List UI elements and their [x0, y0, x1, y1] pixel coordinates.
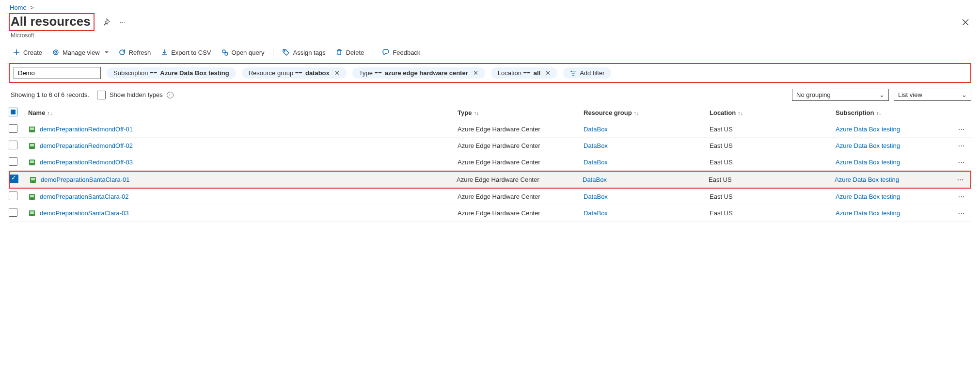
row-checkbox[interactable] — [9, 208, 17, 217]
table-row[interactable]: demoPreparationRedmondOff-02Azure Edge H… — [9, 138, 971, 154]
resource-name-link[interactable]: demoPreparationSantaClara-02 — [40, 193, 129, 200]
row-more-button[interactable]: ··· — [952, 126, 971, 133]
export-csv-button[interactable]: Export to CSV — [157, 47, 215, 58]
chevron-down-icon: ⌄ — [879, 91, 885, 98]
breadcrumb-home[interactable]: Home — [10, 4, 27, 11]
feedback-icon — [382, 48, 390, 56]
close-button[interactable] — [960, 16, 971, 28]
remove-filter-icon[interactable]: ✕ — [545, 69, 551, 77]
cell-location: East US — [710, 159, 836, 166]
pill-value: all — [534, 69, 540, 77]
add-filter-button[interactable]: Add filter — [563, 67, 611, 79]
subscription-link[interactable]: Azure Data Box testing — [836, 193, 900, 200]
filter-pill-subscription[interactable]: Subscription == Azure Data Box testing — [107, 67, 236, 79]
svg-rect-14 — [30, 195, 34, 197]
pill-label: Location == — [498, 69, 531, 77]
row-checkbox[interactable] — [9, 192, 17, 200]
resource-group-link[interactable]: DataBox — [583, 176, 607, 183]
row-more-button[interactable]: ··· — [952, 142, 971, 149]
select-all-checkbox[interactable] — [9, 108, 17, 116]
resource-name-link[interactable]: demoPreparationRedmondOff-01 — [40, 126, 133, 133]
grouping-select[interactable]: No grouping ⌄ — [792, 89, 889, 101]
feedback-button[interactable]: Feedback — [378, 47, 424, 58]
row-checkbox[interactable] — [10, 175, 18, 183]
filter-pill-type[interactable]: Type == azure edge hardware center ✕ — [352, 67, 485, 79]
show-hidden-checkbox[interactable] — [97, 91, 106, 99]
pin-button[interactable] — [100, 16, 112, 28]
row-checkbox[interactable] — [9, 141, 17, 149]
remove-filter-icon[interactable]: ✕ — [334, 69, 340, 77]
table-row[interactable]: demoPreparationRedmondOff-03Azure Edge H… — [9, 154, 971, 171]
row-more-button[interactable]: ··· — [951, 176, 970, 183]
resource-group-link[interactable]: DataBox — [584, 159, 608, 166]
more-menu-button[interactable]: ··· — [118, 16, 127, 28]
view-mode-select[interactable]: List view ⌄ — [894, 89, 971, 101]
create-label: Create — [23, 49, 42, 56]
subscription-link[interactable]: Azure Data Box testing — [836, 126, 900, 133]
subscription-link[interactable]: Azure Data Box testing — [836, 159, 900, 166]
resource-name-link[interactable]: demoPreparationRedmondOff-02 — [40, 142, 133, 149]
row-more-button[interactable]: ··· — [952, 159, 971, 166]
breadcrumb: Home > — [9, 4, 971, 13]
show-hidden-types-toggle[interactable]: Show hidden types i — [97, 91, 174, 99]
pill-value: azure edge hardware center — [385, 69, 468, 77]
pill-label: Type == — [359, 69, 382, 77]
resource-group-link[interactable]: DataBox — [584, 126, 608, 133]
filter-pill-location[interactable]: Location == all ✕ — [491, 67, 557, 79]
resource-icon — [29, 176, 37, 184]
column-name[interactable]: Name↑↓ — [28, 109, 458, 116]
cell-location: East US — [710, 126, 836, 133]
assign-tags-button[interactable]: Assign tags — [278, 47, 329, 58]
show-hidden-label: Show hidden types — [110, 91, 163, 98]
subscription-link[interactable]: Azure Data Box testing — [835, 176, 899, 183]
info-icon[interactable]: i — [167, 92, 174, 98]
row-more-button[interactable]: ··· — [952, 209, 971, 217]
manage-view-button[interactable]: Manage view — [48, 47, 112, 58]
delete-button[interactable]: Delete — [332, 47, 368, 58]
svg-point-0 — [53, 50, 58, 55]
search-input[interactable] — [14, 67, 101, 79]
table-row[interactable]: demoPreparationRedmondOff-01Azure Edge H… — [9, 121, 971, 138]
resource-group-link[interactable]: DataBox — [584, 193, 608, 200]
column-subscription[interactable]: Subscription↑↓ — [836, 109, 952, 116]
chevron-down-icon: ⌄ — [962, 91, 967, 98]
cell-location: East US — [710, 193, 836, 200]
table-row[interactable]: demoPreparationSantaClara-03Azure Edge H… — [9, 205, 971, 222]
subscription-link[interactable]: Azure Data Box testing — [836, 142, 900, 149]
resource-icon — [28, 209, 36, 217]
cell-type: Azure Edge Hardware Center — [458, 193, 584, 200]
remove-filter-icon[interactable]: ✕ — [473, 69, 478, 77]
plus-icon — [13, 48, 20, 56]
separator — [273, 48, 273, 57]
grouping-value: No grouping — [796, 91, 831, 98]
cell-type: Azure Edge Hardware Center — [458, 126, 584, 133]
table-row[interactable]: demoPreparationSantaClara-01Azure Edge H… — [9, 171, 971, 189]
column-type[interactable]: Type↑↓ — [458, 109, 584, 116]
close-icon — [962, 18, 969, 26]
row-checkbox[interactable] — [9, 157, 17, 166]
cell-location: East US — [710, 142, 836, 149]
resource-icon — [28, 142, 36, 150]
page-title: All resources — [11, 14, 91, 29]
row-checkbox[interactable] — [9, 124, 17, 133]
resource-group-link[interactable]: DataBox — [584, 209, 608, 217]
create-button[interactable]: Create — [9, 47, 46, 58]
resource-name-link[interactable]: demoPreparationSantaClara-01 — [41, 176, 130, 183]
resource-name-link[interactable]: demoPreparationRedmondOff-03 — [40, 159, 133, 166]
record-count: Showing 1 to 6 of 6 records. — [11, 91, 89, 98]
svg-point-4 — [284, 50, 285, 51]
column-location[interactable]: Location↑↓ — [710, 109, 836, 116]
tag-icon — [282, 48, 290, 56]
refresh-icon — [118, 48, 126, 56]
refresh-button[interactable]: Refresh — [114, 47, 155, 58]
row-more-button[interactable]: ··· — [952, 193, 971, 200]
svg-rect-8 — [30, 144, 34, 146]
resource-group-link[interactable]: DataBox — [584, 142, 608, 149]
table-row[interactable]: demoPreparationSantaClara-02Azure Edge H… — [9, 189, 971, 205]
open-query-button[interactable]: Open query — [217, 47, 269, 58]
subscription-link[interactable]: Azure Data Box testing — [836, 209, 900, 217]
resource-name-link[interactable]: demoPreparationSantaClara-03 — [40, 209, 129, 217]
filter-pill-resource-group[interactable]: Resource group == databox ✕ — [242, 67, 347, 79]
column-resource-group[interactable]: Resource group↑↓ — [584, 109, 710, 116]
subtitle: Microsoft — [11, 32, 971, 39]
